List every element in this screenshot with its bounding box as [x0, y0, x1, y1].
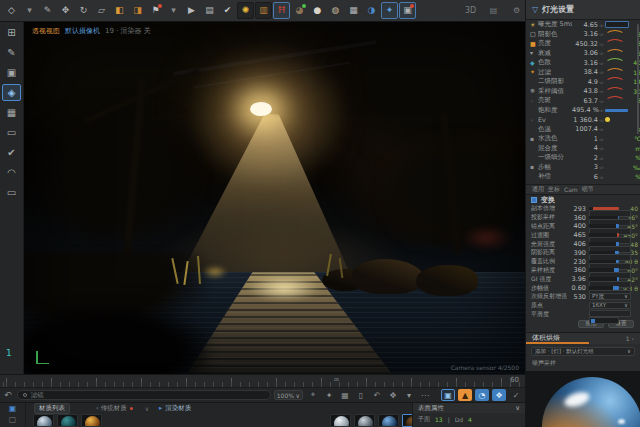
value-spinner[interactable]: ◃▹: [598, 79, 605, 85]
play-render-icon[interactable]: ▶: [183, 2, 200, 19]
param-value[interactable]: 465: [567, 231, 589, 239]
param-value[interactable]: 230: [567, 258, 589, 266]
hud-camera-name[interactable]: 默认摄像机: [65, 26, 100, 36]
material-thumb-chrome[interactable]: [354, 414, 375, 427]
layout-grid-icon[interactable]: ▦: [338, 389, 352, 401]
param-value[interactable]: 293: [567, 205, 589, 213]
value-spinner[interactable]: ◃▹: [598, 69, 605, 75]
monitor-icon[interactable]: ▭: [2, 124, 21, 141]
falloff-curve[interactable]: [605, 58, 625, 66]
material-library-icon[interactable]: ▣: [9, 404, 17, 414]
slider-track[interactable]: [589, 277, 619, 281]
attribute-tab[interactable]: 坐标: [548, 185, 560, 194]
light-sphere-icon[interactable]: ●: [309, 2, 326, 19]
folder-icon[interactable]: ▤: [485, 3, 502, 20]
param-value[interactable]: 6: [572, 173, 598, 181]
value-input[interactable]: [589, 317, 619, 324]
value-input[interactable]: [605, 21, 629, 28]
slider-track[interactable]: [589, 286, 619, 290]
scale-tool-icon[interactable]: ▱: [93, 2, 110, 19]
param-value[interactable]: 400: [567, 222, 589, 230]
param-value[interactable]: 0.60: [567, 284, 589, 292]
value-spinner[interactable]: ◃▹: [598, 31, 605, 37]
panel-scrollbar[interactable]: [637, 24, 639, 134]
record-key-button[interactable]: ▣: [441, 389, 455, 401]
settings-gear-icon[interactable]: ⚙: [508, 3, 525, 20]
value-spinner[interactable]: ◃▹: [598, 22, 605, 28]
value-spinner[interactable]: ◃▹: [598, 145, 605, 151]
dropdown-select[interactable]: 16XY ∨: [589, 302, 631, 309]
param-value[interactable]: 360: [567, 266, 589, 274]
select-caret-icon[interactable]: ▾: [21, 2, 38, 19]
tab-legacy-materials[interactable]: ‹ 传统材质: [96, 404, 133, 413]
param-value[interactable]: 530: [567, 293, 589, 301]
param-value[interactable]: 3.16: [572, 30, 598, 38]
workplane-icon[interactable]: ◨: [129, 2, 146, 19]
pan-move-icon[interactable]: ✥: [386, 389, 400, 401]
param-value[interactable]: 1: [572, 135, 598, 143]
param-value[interactable]: 3.96: [567, 275, 589, 283]
falloff-curve[interactable]: [605, 96, 625, 104]
viewport-3d[interactable]: 透视视图 默认摄像机 19 · 渲染器 关 Camera sensor 4/25…: [24, 22, 525, 374]
value-spinner[interactable]: ◃▹: [598, 155, 605, 161]
check-wand-icon[interactable]: ✔: [219, 2, 236, 19]
more-dots-icon[interactable]: ⋯: [418, 389, 432, 401]
value-spinner[interactable]: ◃▹: [598, 107, 605, 113]
value-spinner[interactable]: ◃▹: [598, 117, 605, 123]
move-tool-icon[interactable]: ✥: [57, 2, 74, 19]
snap-frame-button[interactable]: ❖: [492, 389, 506, 401]
falloff-curve[interactable]: [605, 30, 625, 38]
chevron-down-icon[interactable]: ∨: [145, 405, 149, 412]
dropdown-caret-icon[interactable]: ▾: [402, 389, 416, 401]
param-value[interactable]: 38.4: [572, 68, 598, 76]
walk-mode-icon[interactable]: ✦: [322, 389, 336, 401]
param-value[interactable]: 2: [572, 154, 598, 162]
cubes-group-icon[interactable]: ▦: [2, 104, 21, 121]
axis-lock-icon[interactable]: ◧: [111, 2, 128, 19]
param-value[interactable]: 63.7: [572, 97, 598, 105]
slider-track[interactable]: [589, 216, 619, 220]
camera-capture-icon[interactable]: ▣: [399, 2, 416, 19]
param-value[interactable]: 360: [567, 214, 589, 222]
slider-track[interactable]: [589, 251, 619, 255]
param-value[interactable]: 3: [572, 163, 598, 171]
attribute-tab[interactable]: 通用: [532, 185, 544, 194]
param-value[interactable]: 390: [567, 249, 589, 257]
timeline-ruler[interactable]: ∞ 60: [0, 374, 525, 388]
attribute-tab[interactable]: Cam: [564, 186, 578, 193]
shader-ball-icon[interactable]: ◑: [363, 2, 380, 19]
material-filter-icon[interactable]: ▢: [9, 415, 17, 425]
curve-arc-icon[interactable]: ◠: [2, 164, 21, 181]
material-thumb-gold[interactable]: [81, 414, 102, 427]
undo-icon[interactable]: ↶: [2, 390, 14, 400]
three-d-toggle[interactable]: 3D: [462, 3, 479, 20]
attribute-tab[interactable]: 细节: [582, 185, 594, 194]
hud-view-mode[interactable]: 透视视图: [32, 26, 60, 36]
value-spinner[interactable]: ◃▹: [598, 136, 605, 142]
confirm-check-icon[interactable]: ✔: [2, 144, 21, 161]
param-value[interactable]: 3.06: [572, 49, 598, 57]
model-stack-icon[interactable]: ▣: [2, 64, 21, 81]
pen-tool-icon[interactable]: ✎: [39, 2, 56, 19]
value-spinner[interactable]: ◃▹: [598, 164, 605, 170]
render-region-icon[interactable]: ▤: [201, 2, 218, 19]
bake-target-select[interactable]: 添加 · [灯] · 默认灯光组 ∨: [531, 347, 635, 356]
select-tool-icon[interactable]: ◇: [3, 2, 20, 19]
falloff-curve[interactable]: [605, 68, 625, 76]
bricks-grid-icon[interactable]: ▦: [345, 2, 362, 19]
slider-track[interactable]: [589, 233, 619, 237]
bell-icon[interactable]: ◍: [327, 2, 344, 19]
material-thumb-white[interactable]: [330, 414, 351, 427]
sun-light-icon[interactable]: ✺: [237, 2, 254, 19]
param-value[interactable]: 4.9: [572, 78, 598, 86]
value-spinner[interactable]: ◃▹: [598, 41, 605, 47]
auto-key-button[interactable]: ▲: [458, 389, 472, 401]
color-dot[interactable]: [605, 117, 610, 122]
value-spinner[interactable]: ◃▹: [598, 126, 605, 132]
undo-step-icon[interactable]: ↶: [370, 389, 384, 401]
param-value[interactable]: 43.8: [572, 87, 598, 95]
frame-region-icon[interactable]: ▭: [2, 184, 21, 201]
dark-sphere-icon[interactable]: ◕: [291, 2, 308, 19]
tab-material-list[interactable]: 材质列表: [34, 403, 70, 414]
playblast-button[interactable]: ◔: [475, 389, 489, 401]
